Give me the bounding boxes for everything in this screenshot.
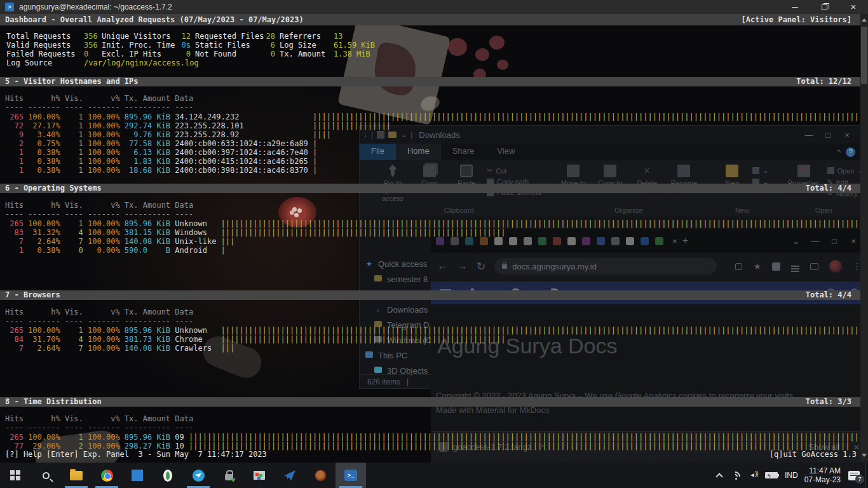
vscode-icon: [132, 470, 143, 481]
start-button[interactable]: [0, 463, 31, 488]
summary-value: 356: [84, 32, 98, 41]
panel-column-dashes: ---- ------- ---- ------- ---------- ---…: [5, 316, 193, 325]
taskbar-remote-app[interactable]: [244, 463, 275, 488]
terminal-close-button[interactable]: ×: [839, 0, 868, 14]
panel-header-bar[interactable]: 5 - Visitor Hostnames and IPsTotal: 12/1…: [0, 77, 860, 86]
taskbar-game[interactable]: [305, 463, 336, 488]
show-desktop-button[interactable]: [865, 463, 868, 488]
goaccess-row: 265 100.00% 1 100.00% 895.96 KiB Unknown…: [5, 326, 859, 335]
battery-icon[interactable]: ϟ: [762, 463, 781, 488]
panel-header-bar[interactable]: 8 - Time DistributionTotal: 3/3: [0, 397, 860, 407]
lock-icon: [225, 474, 233, 480]
search-icon: [43, 472, 50, 479]
scroll-down-icon[interactable]: [862, 454, 867, 457]
goaccess-row: 7 2.64% 7 100.00% 140.08 KiB Unix-like |…: [5, 237, 234, 246]
summary-label: Total Requests: [6, 32, 71, 41]
goaccess-row: 1 0.38% 1 100.00% 6.13 KiB 2400:cb00:397…: [5, 148, 317, 157]
tray-chevron-icon[interactable]: [711, 463, 728, 488]
taskbar-telegram[interactable]: [183, 463, 214, 488]
remote-app-icon: [254, 471, 265, 480]
terminal-titlebar[interactable]: > agungsurya@hexadecimal: ~/goaccess-1.7…: [0, 0, 868, 14]
summary-label: Failed Requests: [6, 50, 75, 58]
taskbar-search-button[interactable]: [31, 463, 61, 488]
summary-value: /var/log/nginx/access.log: [84, 58, 199, 67]
paper-plane-icon: [284, 470, 295, 480]
goaccess-statusline: [?] Help [Enter] Exp. Panel 3 - Sun May …: [0, 450, 860, 459]
terminal-restore-button[interactable]: [810, 0, 839, 14]
windows-logo-icon: [10, 470, 20, 480]
summary-label: Tx. Amount: [280, 50, 325, 58]
summary-value: 0s: [146, 41, 191, 50]
panel-column-dashes: ---- ------- ---- ------- ---------- ---…: [5, 103, 193, 112]
chrome-icon: [101, 470, 113, 482]
panel-visitor-hostnames: 5 - Visitor Hostnames and IPsTotal: 12/1…: [0, 77, 860, 184]
goaccess-row: 265 100.00% 1 100.00% 895.96 KiB 34.124.…: [5, 112, 859, 121]
taskbar-file-explorer[interactable]: [61, 463, 92, 488]
goaccess-row: 265 100.00% 1 100.00% 895.96 KiB Unknown…: [5, 219, 859, 228]
summary-value: 0: [84, 50, 88, 58]
panel-column-header: Hits h% Vis. v% Tx. Amount Data: [5, 201, 193, 210]
summary-value: 28: [231, 32, 275, 41]
clock-date: 07-May-23: [804, 475, 841, 484]
goaccess-header-title: Dashboard - Overall Analyzed Requests (0…: [5, 14, 304, 25]
terminal-minimize-button[interactable]: [780, 0, 810, 14]
goaccess-row: 2 0.75% 1 100.00% 77.58 KiB 2400:cb00:63…: [5, 139, 317, 148]
goaccess-row: 1 0.38% 1 100.00% 18.68 KiB 2400:cb00:39…: [5, 166, 317, 175]
panel-browsers: 7 - BrowsersTotal: 4/4 Hits h% Vis. v% T…: [0, 290, 860, 397]
panel-header-bar[interactable]: 6 - Operating SystemsTotal: 4/4: [0, 184, 860, 193]
summary-value: 13: [334, 32, 342, 41]
summary-label: Log Source: [6, 58, 52, 67]
summary-value: 0: [146, 50, 191, 58]
terminal-title: agungsurya@hexadecimal: ~/goaccess-1.7.2: [19, 3, 172, 11]
scrollbar-thumb[interactable]: [861, 27, 867, 84]
status-quit: [q]uit GoAccess 1.3: [770, 450, 857, 459]
summary-value: 0: [231, 50, 275, 58]
terminal-scrollbar[interactable]: [860, 14, 868, 461]
summary-value: 12: [146, 32, 191, 41]
goaccess-header: Dashboard - Overall Analyzed Requests (0…: [0, 14, 860, 25]
goaccess-row: 7 2.64% 7 100.00% 140.08 KiB Crawlers ||…: [5, 344, 234, 353]
goaccess-row: 9 3.40% 1 100.00% 9.76 KiB 223.255.228.9…: [5, 130, 331, 139]
taskbar-powershell[interactable]: >_: [336, 463, 366, 488]
panel-column-header: Hits h% Vis. v% Tx. Amount Data: [5, 414, 193, 423]
goaccess-row: 83 31.32% 4 100.00% 381.15 KiB Windows |…: [5, 228, 506, 237]
taskbar-chrome[interactable]: [92, 463, 122, 488]
panel-column-dashes: ---- ------- ---- ------- ---------- ---…: [5, 423, 193, 432]
taskbar-mongodb[interactable]: [153, 463, 183, 488]
summary-label: Valid Requests: [6, 41, 71, 50]
summary-value: 61.59 KiB: [334, 41, 375, 50]
goaccess-row: 84 31.70% 4 100.00% 381.73 KiB Chrome ||…: [5, 335, 506, 344]
summary-value: 6: [231, 41, 275, 50]
clock-time: 11:47 AM: [809, 466, 841, 475]
volume-icon[interactable]: [744, 463, 762, 488]
mongodb-icon: [163, 470, 172, 482]
file-explorer-icon: [70, 471, 83, 480]
panel-operating-systems: 6 - Operating SystemsTotal: 4/4 Hits h% …: [0, 184, 860, 290]
powershell-icon: >_: [344, 470, 357, 481]
notification-center-icon[interactable]: 7: [843, 463, 865, 488]
notification-badge: 7: [855, 475, 864, 484]
summary-value: 1.38 MiB: [334, 50, 370, 58]
system-tray: ϟ IND 11:47 AM 07-May-23 7: [711, 463, 868, 488]
taskbar-paper-plane-app[interactable]: [275, 463, 305, 488]
taskbar-vscode[interactable]: [122, 463, 153, 488]
panel-column-header: Hits h% Vis. v% Tx. Amount Data: [5, 94, 193, 103]
goaccess-row: 77 29.06% 2 100.00% 298.27 KiB 10 ||||||…: [5, 442, 850, 451]
powershell-icon: >: [5, 3, 14, 11]
goaccess-active-panel: [Active Panel: Visitors]: [742, 14, 851, 25]
wifi-icon[interactable]: [728, 463, 744, 488]
status-help: [?] Help [Enter] Exp. Panel 3 - Sun May …: [5, 450, 267, 459]
scroll-up-icon[interactable]: [862, 18, 867, 22]
language-indicator[interactable]: IND: [781, 463, 802, 488]
summary-label: Log Size: [280, 41, 316, 50]
goaccess-row: 1 0.38% 1 100.00% 1.83 KiB 2400:cb00:415…: [5, 157, 317, 166]
taskbar-clock[interactable]: 11:47 AM 07-May-23: [802, 463, 843, 488]
summary-label: Referrers: [280, 32, 321, 41]
panel-column-dashes: ---- ------- ---- ------- ---------- ---…: [5, 210, 193, 219]
taskbar-security-app[interactable]: [214, 463, 244, 488]
summary-value: 356: [84, 41, 98, 50]
panel-header-bar[interactable]: 7 - BrowsersTotal: 4/4: [0, 290, 860, 300]
panel-column-header: Hits h% Vis. v% Tx. Amount Data: [5, 308, 193, 316]
telegram-icon: [193, 470, 205, 482]
goaccess-row: 265 100.00% 1 100.00% 895.96 KiB 09 ||||…: [5, 433, 859, 442]
